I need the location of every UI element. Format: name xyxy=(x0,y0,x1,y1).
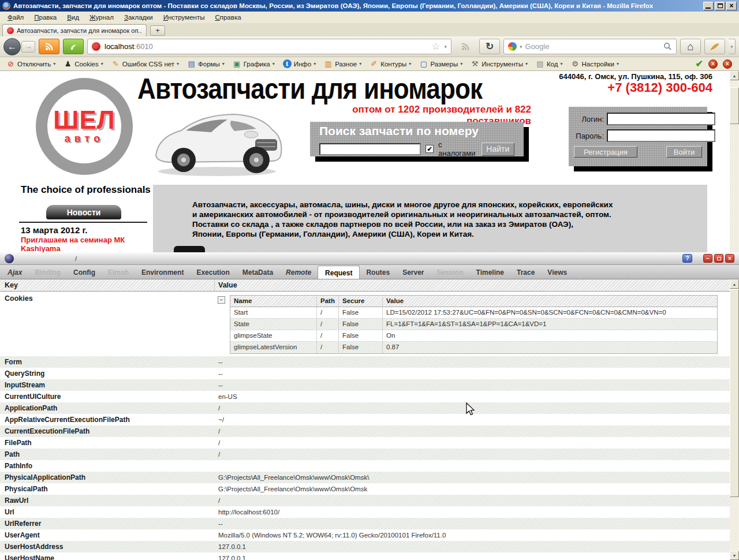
devbar-item-label: Инфо xyxy=(294,61,311,68)
feather-app-button[interactable] xyxy=(704,39,725,54)
devbar-item[interactable]: ⚙Настройки▾ xyxy=(567,58,623,69)
slogan-text: The choice of professionals xyxy=(21,184,151,196)
magnifier-icon[interactable] xyxy=(663,42,672,51)
devbar-item[interactable]: ▥Разное▾ xyxy=(320,58,365,69)
forms-icon: ▤ xyxy=(187,59,196,68)
glimpse-tab-server[interactable]: Server xyxy=(396,265,430,279)
glimpse-close-button[interactable]: × xyxy=(725,254,734,263)
analogs-checkbox[interactable]: ✔ xyxy=(426,145,434,153)
bookmark-star-icon[interactable]: ☆ xyxy=(431,42,440,51)
options-icon: ⚙ xyxy=(571,59,580,68)
scroll-down-icon[interactable]: ▼ xyxy=(730,551,739,560)
scroll-up-icon[interactable]: ▲ xyxy=(730,71,739,80)
glimpse-restore-button[interactable] xyxy=(714,254,723,263)
glimpse-tab-ajax[interactable]: Ajax xyxy=(1,265,28,279)
glimpse-tab-remote[interactable]: Remote xyxy=(279,265,318,279)
glimpse-panel: / ? − × AjaxBindingConfigElmahEnvironmen… xyxy=(0,252,739,560)
cookies-icon: ♟ xyxy=(64,59,72,68)
app-dropdown-icon[interactable]: ▾ xyxy=(729,39,736,54)
outline-icon: ✐ xyxy=(370,59,378,68)
rss-feed-button[interactable] xyxy=(455,39,476,54)
close-button[interactable]: × xyxy=(726,2,737,10)
search-bar[interactable]: ▾ Google xyxy=(503,39,677,54)
menu-item[interactable]: Вид xyxy=(62,13,84,22)
home-button[interactable]: ⌂ xyxy=(680,39,701,54)
caret-down-icon: ▾ xyxy=(460,61,462,66)
devbar-item-label: Отключить xyxy=(17,61,51,68)
scrollbar-thumb[interactable] xyxy=(730,87,739,124)
new-tab-button[interactable]: + xyxy=(150,25,165,36)
menu-item[interactable]: Инструменты xyxy=(158,13,210,22)
error-icon[interactable]: × xyxy=(708,59,718,69)
news-link[interactable]: Приглашаем на семинар МК Kashiyama xyxy=(21,236,151,252)
forward-button[interactable]: → xyxy=(21,41,35,53)
sign-in-button[interactable]: Войти xyxy=(666,146,702,158)
collapse-toggle-icon[interactable]: − xyxy=(218,296,225,304)
devbar-item[interactable]: ▣Графика▾ xyxy=(229,58,279,69)
cookies-table: NamePathSecureValue Start/FalseLD=15/02/… xyxy=(230,295,718,354)
request-row: PathInfo xyxy=(0,460,730,472)
request-row: UserHostAddress127.0.0.1 xyxy=(0,541,730,552)
glimpse-tab-config[interactable]: Config xyxy=(67,265,102,279)
reload-button[interactable]: ↻ xyxy=(479,39,500,54)
glimpse-help-button[interactable]: ? xyxy=(682,254,692,263)
request-key: PhysicalPath xyxy=(0,483,215,495)
request-row: ApplicationPath/ xyxy=(0,402,730,414)
cookies-column-header: Secure xyxy=(339,296,383,307)
url-dropdown-icon[interactable]: ▾ xyxy=(444,44,447,50)
devbar-item[interactable]: ✐Контуры▾ xyxy=(365,58,415,69)
request-row: PhysicalPathG:\Projects\All_Freelance\Om… xyxy=(0,483,730,495)
rss-subscribe-button[interactable] xyxy=(39,39,59,54)
glimpse-tab-trace[interactable]: Trace xyxy=(510,265,541,279)
devbar-item[interactable]: ✎Ошибок CSS нет▾ xyxy=(107,58,183,69)
url-bar[interactable]: localhost:6010 ☆ ▾ xyxy=(87,39,451,54)
devbar-item[interactable]: ▤Код▾ xyxy=(532,58,567,69)
devbar-item[interactable]: ⊘Отключить▾ xyxy=(2,58,59,69)
menu-item[interactable]: Файл xyxy=(2,13,29,22)
cookie-cell: On xyxy=(383,330,717,341)
part-number-input[interactable] xyxy=(319,143,421,155)
minimize-button[interactable] xyxy=(703,2,714,10)
glimpse-scrollbar[interactable]: ▲ ▼ xyxy=(730,279,739,560)
error-icon[interactable]: × xyxy=(723,59,732,69)
glimpse-tab-timeline[interactable]: Timeline xyxy=(470,265,510,279)
devbar-item[interactable]: ℹИнфо▾ xyxy=(279,58,320,69)
glimpse-minimize-button[interactable]: − xyxy=(703,254,712,263)
devbar-item[interactable]: ▤Формы▾ xyxy=(183,58,229,69)
glimpse-tab-environment[interactable]: Environment xyxy=(135,265,190,279)
scroll-up-icon[interactable]: ▲ xyxy=(730,279,739,289)
glimpse-tab-request[interactable]: Request xyxy=(318,266,360,279)
addon-button[interactable] xyxy=(63,39,84,54)
intro-text-line: Поставки со склада , а также складов пар… xyxy=(192,219,697,229)
shel-auto-logo[interactable]: ШЕЛ авто xyxy=(36,78,133,175)
scrollbar-thumb[interactable] xyxy=(730,289,739,497)
login-input[interactable] xyxy=(607,113,715,125)
google-logo-icon xyxy=(508,42,517,51)
request-row: UrlReferrer-- xyxy=(0,518,730,529)
cookie-cell: / xyxy=(317,319,339,330)
glimpse-tab-metadata[interactable]: MetaData xyxy=(236,265,279,279)
page-scrollbar[interactable]: ▲ xyxy=(730,71,739,252)
css-check-icon: ✎ xyxy=(111,59,120,68)
browser-tab[interactable]: Автозапчасти, запчасти для иномарок оп..… xyxy=(2,24,147,36)
password-input[interactable] xyxy=(607,129,715,142)
menu-item[interactable]: Журнал xyxy=(84,13,119,22)
devbar-item[interactable]: ▢Размеры▾ xyxy=(415,58,466,69)
cookie-cell: Start xyxy=(230,307,317,318)
restore-button[interactable] xyxy=(715,2,725,10)
glimpse-tab-routes[interactable]: Routes xyxy=(360,265,396,279)
back-button[interactable]: ← xyxy=(3,38,21,55)
glimpse-tab-views[interactable]: Views xyxy=(541,265,573,279)
menu-item[interactable]: Закладки xyxy=(119,13,158,22)
news-button[interactable]: Новости xyxy=(46,205,121,219)
find-button[interactable]: Найти xyxy=(482,143,514,156)
devbar-item[interactable]: ⚒Инструменты▾ xyxy=(466,58,532,69)
request-key: CurrentUICulture xyxy=(0,391,215,402)
menu-item[interactable]: Справка xyxy=(210,13,246,22)
search-engine-dropdown-icon[interactable]: ▾ xyxy=(520,44,522,50)
request-key: UserAgent xyxy=(0,529,215,541)
register-button[interactable]: Регистрация xyxy=(574,146,637,158)
glimpse-tab-execution[interactable]: Execution xyxy=(190,265,236,279)
devbar-item[interactable]: ♟Cookies▾ xyxy=(59,58,107,69)
menu-item[interactable]: Правка xyxy=(29,13,62,22)
